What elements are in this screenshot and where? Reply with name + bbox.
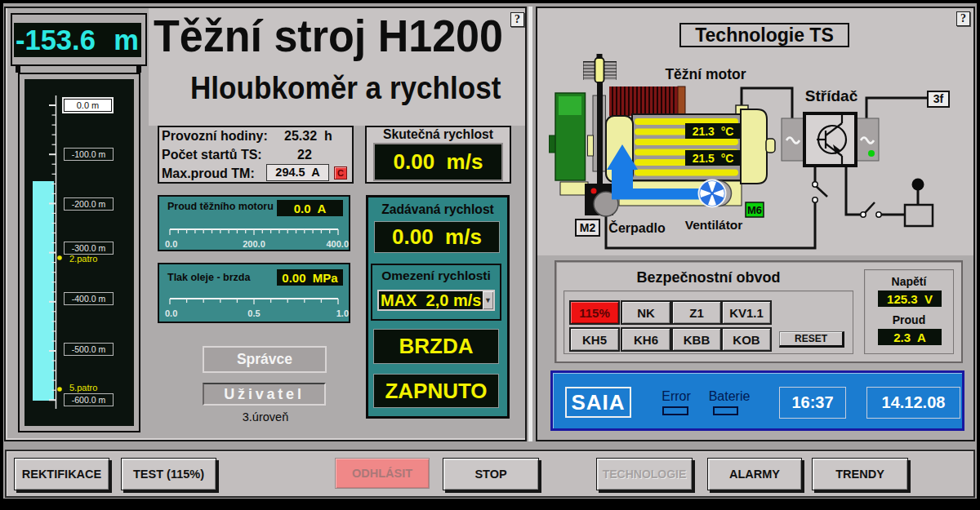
svg-text:21.5 °C: 21.5 °C bbox=[693, 152, 734, 165]
svg-text:200.0: 200.0 bbox=[243, 239, 265, 249]
svg-text:Těžní motor: Těžní motor bbox=[665, 66, 746, 82]
svg-text:M2: M2 bbox=[580, 221, 596, 234]
svg-text:3f: 3f bbox=[933, 92, 944, 105]
svg-text:21.3 °C: 21.3 °C bbox=[693, 125, 734, 138]
svg-text:0.0: 0.0 bbox=[165, 239, 177, 249]
svg-text:0.0: 0.0 bbox=[165, 308, 177, 318]
svg-text:1.0: 1.0 bbox=[336, 308, 349, 318]
svg-text:0.5: 0.5 bbox=[247, 308, 260, 318]
svg-text:Ventilátor: Ventilátor bbox=[685, 218, 743, 232]
svg-text:400.0: 400.0 bbox=[326, 239, 349, 249]
svg-text:Střídač: Střídač bbox=[805, 87, 858, 104]
svg-text:Čerpadlo: Čerpadlo bbox=[608, 220, 666, 235]
svg-text:M6: M6 bbox=[747, 204, 762, 216]
